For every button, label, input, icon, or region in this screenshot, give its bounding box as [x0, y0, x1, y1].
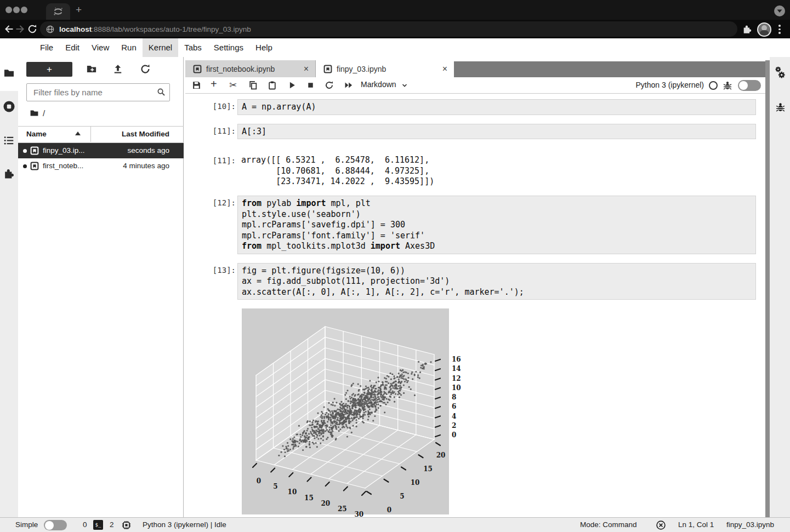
close-icon[interactable]: × — [304, 64, 309, 74]
kernels-count[interactable]: 2 — [110, 520, 114, 529]
simple-mode-toggle[interactable] — [44, 520, 67, 530]
svg-text:4: 4 — [452, 413, 456, 420]
cut-icon[interactable]: ✂ — [229, 81, 239, 90]
cell-output-text: array([[ 6.5321 , 6.25478, 6.11612], [10… — [241, 155, 434, 187]
browser-tab-strip: + — [0, 0, 790, 20]
code-editor[interactable]: fig = plt.figure(figsize=(10, 6)) ax = f… — [238, 264, 755, 298]
terminals-count[interactable]: 0 — [83, 520, 87, 529]
command-mode-indicator[interactable]: Mode: Command — [580, 520, 637, 529]
cursor-position[interactable]: Ln 1, Col 1 — [678, 520, 714, 529]
listing-header: Name Last Modified — [18, 126, 184, 143]
stop-icon[interactable] — [306, 81, 316, 90]
kernel-status-text[interactable]: Python 3 (ipykernel) | Idle — [143, 520, 226, 529]
insert-icon[interactable]: + — [211, 81, 220, 90]
traffic-light-minimize[interactable] — [13, 7, 20, 13]
notebook-file-icon — [193, 65, 202, 73]
forward-icon[interactable] — [15, 24, 26, 35]
debugger-sidebar-bug-icon[interactable] — [775, 102, 786, 112]
menu-settings[interactable]: Settings — [208, 38, 249, 57]
svg-text:5: 5 — [400, 493, 404, 500]
svg-text:12: 12 — [452, 375, 461, 382]
notebook-file-icon — [30, 162, 39, 170]
file-row[interactable]: finpy_03.ip...seconds ago — [18, 143, 184, 158]
table-of-contents-icon[interactable] — [3, 135, 15, 146]
home-folder-icon[interactable] — [30, 108, 39, 118]
code-cell[interactable]: A[:3] — [237, 124, 756, 140]
code-editor[interactable]: A = np.array(A) — [238, 100, 755, 113]
terminal-icon[interactable]: $_ — [93, 520, 103, 530]
cell-prompt: [13]: — [206, 266, 236, 274]
cell-prompt: [12]: — [206, 198, 236, 207]
back-icon[interactable] — [3, 24, 14, 35]
file-row[interactable]: first_noteb...4 minutes ago — [18, 158, 184, 174]
menu-view[interactable]: View — [86, 38, 115, 57]
new-launcher-button[interactable]: + — [26, 62, 72, 77]
kebab-menu-icon[interactable] — [778, 25, 781, 34]
svg-text:15: 15 — [304, 494, 314, 502]
right-panel-splitter[interactable] — [765, 60, 770, 517]
save-icon[interactable] — [192, 81, 202, 90]
new-folder-icon[interactable] — [86, 64, 97, 75]
document-tab-finpy_03.ipynb[interactable]: finpy_03.ipynb× — [316, 60, 454, 77]
upload-icon[interactable] — [112, 64, 123, 75]
browser-tab[interactable] — [46, 3, 70, 20]
sort-by-name[interactable]: Name — [26, 130, 47, 138]
cell-type-dropdown[interactable]: Markdown — [361, 80, 396, 89]
url-bar[interactable]: localhost:8888/lab/workspaces/auto-1/tre… — [40, 21, 737, 37]
menu-help[interactable]: Help — [249, 38, 279, 57]
sort-ascending-icon — [75, 131, 81, 135]
kernel-status-icon — [708, 81, 718, 90]
restart-icon[interactable] — [325, 81, 334, 90]
extensions-puzzle-icon[interactable] — [742, 24, 752, 34]
code-cell[interactable]: from pylab import mpl, plt plt.style.use… — [237, 196, 756, 254]
debugger-toggle[interactable] — [738, 80, 761, 91]
code-editor[interactable]: from pylab import mpl, plt plt.style.use… — [238, 196, 755, 252]
new-tab-button[interactable]: + — [76, 4, 82, 16]
refresh-icon[interactable] — [140, 64, 151, 75]
svg-text:20: 20 — [321, 500, 331, 507]
debugger-bug-icon[interactable] — [723, 81, 732, 90]
svg-text:14: 14 — [452, 365, 461, 373]
notifications-off-icon[interactable] — [656, 520, 666, 530]
url-text: localhost:8888/lab/workspaces/auto-1/tre… — [59, 25, 251, 33]
fast-forward-icon[interactable] — [344, 81, 354, 90]
traffic-light-close[interactable] — [5, 7, 12, 13]
file-browser-panel: + / Name Last Modified finpy_03.ip...sec… — [18, 57, 184, 517]
filter-files-input[interactable] — [26, 83, 170, 101]
traffic-light-maximize[interactable] — [21, 7, 27, 13]
menu-run[interactable]: Run — [115, 38, 143, 57]
svg-text:16: 16 — [452, 356, 461, 363]
download-chevron-icon[interactable] — [774, 5, 785, 16]
tab-bar-filler — [454, 61, 765, 77]
jupyter-favicon-icon — [52, 5, 64, 18]
code-cell[interactable]: fig = plt.figure(figsize=(10, 6)) ax = f… — [237, 263, 756, 300]
chevron-down-icon[interactable] — [401, 82, 408, 89]
extensions-icon[interactable] — [3, 168, 15, 179]
running-kernels-icon[interactable] — [3, 100, 15, 113]
profile-avatar[interactable] — [757, 22, 771, 37]
menu-file[interactable]: File — [34, 38, 59, 57]
code-cell[interactable]: A = np.array(A) — [237, 99, 756, 115]
menu-edit[interactable]: Edit — [59, 38, 86, 57]
code-editor[interactable]: A[:3] — [238, 124, 755, 138]
reload-icon[interactable] — [27, 24, 38, 35]
sort-by-modified[interactable]: Last Modified — [122, 130, 169, 138]
browser-address-bar: localhost:8888/lab/workspaces/auto-1/tre… — [0, 20, 790, 38]
copy-icon[interactable] — [248, 81, 258, 90]
run-icon[interactable] — [287, 81, 297, 90]
breadcrumb[interactable]: / — [30, 107, 45, 118]
file-browser-icon[interactable] — [3, 67, 15, 79]
menu-kernel[interactable]: Kernel — [143, 38, 178, 57]
site-globe-icon — [46, 25, 55, 34]
close-icon[interactable]: × — [442, 64, 447, 74]
cell-prompt: [11]: — [206, 127, 236, 135]
cell-prompt: [10]: — [206, 102, 236, 111]
document-tab-first_notebook.ipynb[interactable]: first_notebook.ipynb× — [185, 60, 316, 77]
file-name: first_noteb... — [43, 162, 83, 170]
paste-icon[interactable] — [268, 81, 277, 90]
menu-tabs[interactable]: Tabs — [178, 38, 208, 57]
status-bar: Simple 0 $_ 2 Python 3 (ipykernel) | Idl… — [0, 517, 790, 532]
kernel-chip-icon[interactable] — [121, 520, 132, 530]
kernel-name[interactable]: Python 3 (ipykernel) — [635, 81, 704, 89]
property-inspector-gears-icon[interactable] — [774, 66, 786, 80]
